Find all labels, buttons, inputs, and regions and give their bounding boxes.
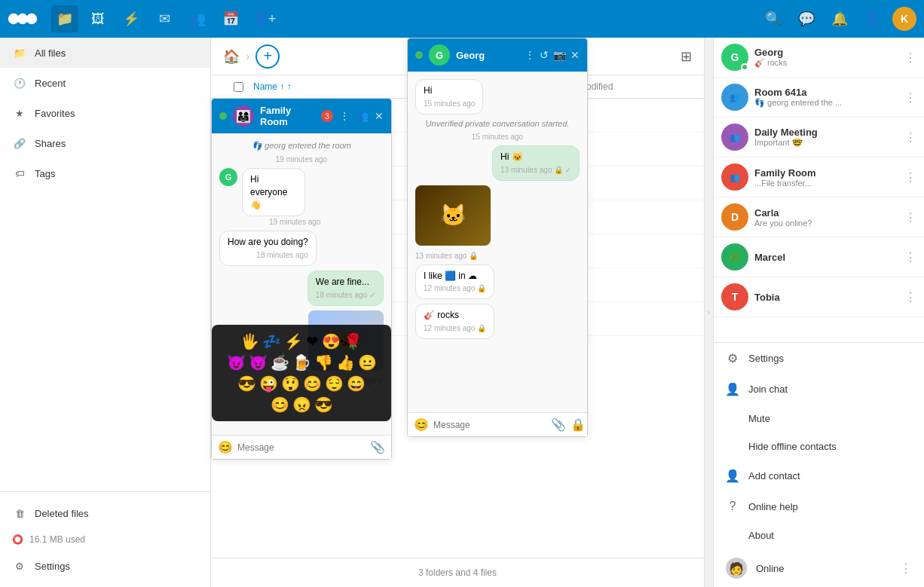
family-more-icon[interactable]: ⋮ bbox=[339, 110, 350, 122]
contact-more-icon[interactable]: ⋮ bbox=[904, 250, 916, 264]
emoji[interactable]: 😈 bbox=[227, 353, 246, 371]
emoji[interactable]: 💤 bbox=[262, 332, 281, 350]
contact-more-icon[interactable]: ⋮ bbox=[904, 130, 916, 145]
notifications-icon[interactable]: 🔔 bbox=[826, 5, 853, 32]
sidebar-item-favorites[interactable]: ★ Favorites bbox=[0, 98, 210, 128]
emoji[interactable]: 👎 bbox=[314, 353, 333, 371]
settings-label: Settings bbox=[748, 353, 784, 364]
emoji[interactable]: 😐 bbox=[358, 353, 377, 371]
activity-nav-icon[interactable]: ⚡ bbox=[118, 5, 145, 32]
sidebar-item-recent[interactable]: 🕐 Recent bbox=[0, 68, 210, 98]
message-bubble: G Hi everyone 👋 19 minutes ago bbox=[219, 168, 384, 226]
attachment-icon[interactable]: 📎 bbox=[370, 440, 385, 454]
emoji[interactable]: 😎 bbox=[314, 396, 333, 414]
join-chat-menu-item[interactable]: 👤 Join chat bbox=[714, 374, 924, 405]
emoji[interactable]: 😊 bbox=[271, 396, 289, 414]
app-logo[interactable] bbox=[8, 10, 45, 28]
family-members-icon[interactable]: 👥 bbox=[356, 110, 369, 122]
emoji[interactable]: 😜 bbox=[259, 375, 278, 393]
emoji[interactable]: 😄 bbox=[347, 375, 366, 393]
star-icon: ★ bbox=[12, 105, 27, 121]
online-help-menu-item[interactable]: ? Online help bbox=[714, 491, 924, 521]
family-chat-messages: 👣 georg entered the room 19 minutes ago … bbox=[212, 133, 391, 435]
emoji[interactable]: ☕ bbox=[271, 353, 289, 371]
emoji[interactable]: 😎 bbox=[237, 375, 256, 393]
share-icon: 🔗 bbox=[12, 136, 27, 151]
emoji[interactable]: ❤ bbox=[306, 332, 319, 350]
video-call-icon[interactable]: 📷 bbox=[553, 49, 566, 61]
emoji[interactable]: 🍺 bbox=[292, 353, 311, 371]
system-message: 👣 georg entered the room bbox=[219, 141, 384, 151]
close-chat-icon[interactable]: ✕ bbox=[571, 49, 580, 61]
hide-offline-menu-item[interactable]: Hide offline contacts bbox=[714, 433, 924, 460]
undo-icon[interactable]: ↺ bbox=[540, 49, 549, 61]
emoji[interactable]: ⚡ bbox=[284, 332, 303, 350]
status-more-icon[interactable]: ⋮ bbox=[900, 561, 912, 576]
contact-name: Carla bbox=[754, 207, 898, 219]
sidebar-item-tags[interactable]: 🏷 Tags bbox=[0, 158, 210, 188]
emoji[interactable]: 😌 bbox=[325, 375, 344, 393]
add-contact-menu-item[interactable]: 👤 Add contact bbox=[714, 460, 924, 491]
emoji[interactable]: 🖐 bbox=[240, 332, 259, 350]
talk-contact-georg[interactable]: G Georg 🎸 rocks ⋮ bbox=[714, 38, 924, 78]
emoji[interactable]: 🌹 bbox=[344, 332, 363, 350]
help-label: Online help bbox=[748, 501, 798, 512]
contact-more-icon[interactable]: ⋮ bbox=[904, 290, 916, 304]
family-close-icon[interactable]: ✕ bbox=[375, 110, 384, 122]
avatar: D bbox=[721, 203, 748, 231]
talk-contact-info: Daily Meeting Important 🤓 bbox=[754, 127, 898, 148]
storage-icon: ⭕ bbox=[12, 534, 23, 545]
emoji[interactable]: 👍 bbox=[336, 353, 355, 371]
talk-contact-family-room[interactable]: 👥 Family Room ...File transfer... ⋮ bbox=[714, 157, 924, 197]
contact-more-icon[interactable]: ⋮ bbox=[904, 50, 916, 65]
talk-contact-tobia[interactable]: T Tobia ⋮ bbox=[714, 277, 924, 317]
about-menu-item[interactable]: About bbox=[714, 521, 924, 549]
modified-column-header[interactable]: Modified bbox=[579, 81, 692, 92]
msg-time: 19 minutes ago bbox=[242, 218, 320, 226]
emoji-button-icon[interactable]: 😊 bbox=[414, 417, 429, 432]
message-bubble: Hi 15 minutes ago bbox=[415, 79, 483, 115]
photos-nav-icon[interactable]: 🖼 bbox=[84, 5, 112, 32]
attachment-icon[interactable]: 📎 bbox=[551, 417, 566, 432]
talk-icon[interactable]: 💬 bbox=[793, 5, 820, 32]
breadcrumb-home-icon[interactable]: 🏠 bbox=[223, 48, 240, 65]
user-avatar[interactable]: K bbox=[892, 7, 916, 31]
talk-contact-carla[interactable]: D Carla Are you online? ⋮ bbox=[714, 197, 924, 237]
family-message-input[interactable] bbox=[237, 442, 366, 453]
user-menu-icon[interactable]: 👤 bbox=[859, 5, 886, 32]
emoji[interactable]: 😲 bbox=[281, 375, 300, 393]
online-status-label: Online bbox=[756, 563, 785, 574]
mute-menu-item[interactable]: Mute bbox=[714, 405, 924, 433]
sidebar-item-shares[interactable]: 🔗 Shares bbox=[0, 128, 210, 158]
contact-more-icon[interactable]: ⋮ bbox=[904, 90, 916, 105]
emoji[interactable]: 😈 bbox=[249, 353, 268, 371]
georg-message-input[interactable] bbox=[433, 420, 546, 430]
contact-more-icon[interactable]: ⋮ bbox=[904, 170, 916, 185]
panel-scroll-handle[interactable]: › bbox=[704, 38, 713, 587]
files-nav-icon[interactable]: 📁 bbox=[51, 5, 78, 32]
online-status-item[interactable]: 🧑 Online ⋮ bbox=[714, 549, 924, 587]
calendar-nav-icon[interactable]: 📅 bbox=[217, 5, 244, 32]
contacts-nav-icon[interactable]: 👥 bbox=[184, 5, 211, 32]
emoji[interactable]: 😠 bbox=[292, 396, 311, 414]
folder-icon: 📁 bbox=[12, 45, 27, 60]
sidebar-item-deleted[interactable]: 🗑 Deleted files bbox=[0, 498, 210, 528]
emoji[interactable]: 😍 bbox=[322, 332, 341, 350]
emoji-button-icon[interactable]: 😊 bbox=[218, 440, 233, 454]
talk-contact-room641a[interactable]: 👥 Room 641a 👣 georg entered the ... ⋮ bbox=[714, 78, 924, 118]
users-nav-icon[interactable]: 👤+ bbox=[250, 5, 277, 32]
talk-contact-marcel[interactable]: 🌿 Marcel ⋮ bbox=[714, 237, 924, 277]
search-icon[interactable]: 🔍 bbox=[760, 5, 787, 32]
sidebar-item-all-files[interactable]: 📁 All files bbox=[0, 38, 210, 68]
sidebar-item-settings[interactable]: ⚙ Settings bbox=[0, 551, 210, 581]
talk-contact-daily-meeting[interactable]: 👥 Daily Meeting Important 🤓 ⋮ bbox=[714, 118, 924, 157]
contact-more-icon[interactable]: ⋮ bbox=[904, 210, 916, 225]
message-bubble-sent: We are fine... 18 minutes ago ✓ bbox=[307, 271, 384, 306]
more-options-icon[interactable]: ⋮ bbox=[525, 49, 535, 61]
add-button[interactable]: + bbox=[255, 44, 280, 69]
emoji[interactable]: 😊 bbox=[303, 375, 322, 393]
settings-menu-item[interactable]: ⚙ Settings bbox=[714, 343, 924, 374]
grid-view-icon[interactable]: ⊞ bbox=[681, 49, 692, 64]
mail-nav-icon[interactable]: ✉ bbox=[151, 5, 178, 32]
select-all-checkbox[interactable] bbox=[223, 81, 253, 92]
